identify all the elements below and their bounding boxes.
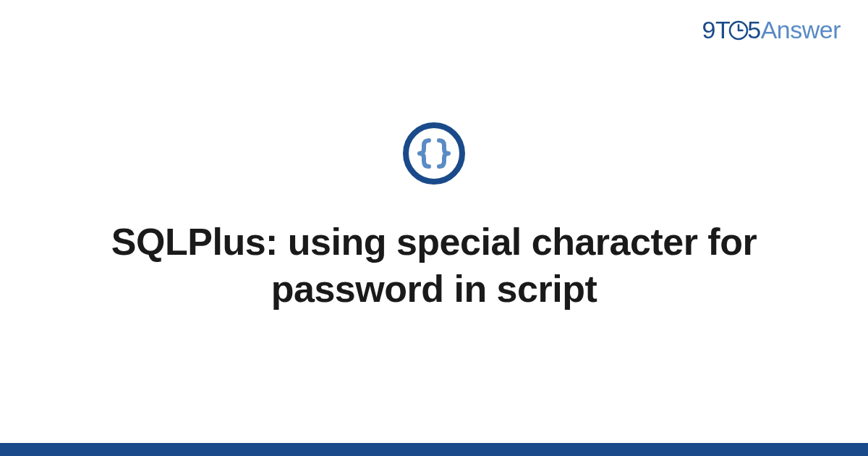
code-braces-icon <box>402 122 466 185</box>
topic-icon-wrap <box>402 122 466 185</box>
svg-point-3 <box>406 125 462 182</box>
footer-bar <box>0 443 868 456</box>
page-title: SQLPlus: using special character for pas… <box>87 219 781 313</box>
main-content: SQLPlus: using special character for pas… <box>0 0 868 456</box>
